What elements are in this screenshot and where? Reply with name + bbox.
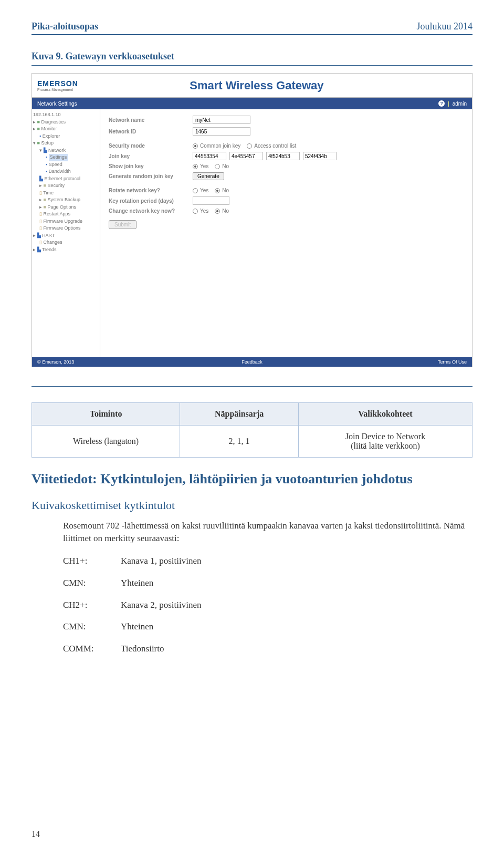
input-network-name[interactable] [193, 116, 250, 124]
th-keys: Näppäinsarja [180, 403, 299, 426]
def-term: CH1+: [63, 555, 121, 567]
input-rotation-period[interactable] [193, 196, 229, 205]
th-menu: Valikkokohteet [298, 403, 472, 426]
radio-rotate-yes[interactable]: Yes [193, 188, 208, 193]
radio-change-no[interactable]: No [215, 208, 229, 214]
breadcrumb: Network Settings [37, 101, 77, 107]
tree-page[interactable]: ▸ ■ Page Options [33, 204, 99, 211]
generate-button[interactable]: Generate [193, 172, 224, 180]
tree-trends[interactable]: ▸ ▙ Trends [33, 246, 99, 254]
page-number: 14 [32, 830, 40, 839]
radio-show-no[interactable]: No [215, 163, 229, 169]
label-network-name: Network name [109, 117, 193, 123]
tree-backup[interactable]: ▸ ■ System Backup [33, 196, 99, 204]
tree-bandwidth[interactable]: ▪ Bandwidth [33, 168, 99, 175]
radio-common-key[interactable]: Common join key [193, 143, 240, 149]
label-network-id: Network ID [109, 129, 193, 134]
tree-diagnostics[interactable]: ▸ ■ Diagnostics [33, 119, 99, 126]
label-generate: Generate random join key [109, 173, 193, 179]
def-value: Kanava 2, positiivinen [121, 599, 201, 612]
emerson-logo-sub: Process Management [37, 88, 78, 91]
label-security-mode: Security mode [109, 143, 193, 149]
section-body: Rosemount 702 -lähettimessä on kaksi ruu… [63, 520, 472, 545]
def-value: Kanava 1, positiivinen [121, 555, 201, 567]
cell-menu: Join Device to Network (liitä laite verk… [298, 426, 472, 458]
input-key-4[interactable] [303, 152, 337, 160]
table-row: Wireless (langaton) 2, 1, 1 Join Device … [32, 426, 472, 458]
cell-menu-line2: (liitä laite verkkoon) [351, 441, 420, 450]
def-row: CH1+: Kanava 1, positiivinen [63, 555, 472, 567]
tree-time[interactable]: ▯ Time [33, 190, 99, 197]
tree-setup[interactable]: ▾ ■ Setup [33, 140, 99, 147]
tree-settings[interactable]: ▪ Settings [33, 154, 99, 161]
footer-copyright: © Emerson, 2013 [37, 359, 132, 365]
def-value: Yhteinen [121, 577, 153, 589]
def-value: Tiedonsiirto [121, 643, 164, 655]
def-term: CMN: [63, 620, 121, 633]
user-label[interactable]: admin [453, 101, 467, 107]
tree-speed[interactable]: ▪ Speed [33, 161, 99, 169]
header-title-left: Pika-aloitusopas [32, 21, 98, 32]
def-row: COMM: Tiedonsiirto [63, 643, 472, 655]
tree-ip: 192.168.1.10 [33, 111, 99, 119]
input-key-1[interactable] [193, 152, 226, 160]
def-term: COMM: [63, 643, 121, 655]
screenshot: EMERSON Process Management Smart Wireles… [32, 73, 472, 367]
label-rotation-period: Key rotation period (days) [109, 198, 193, 204]
th-function: Toiminto [32, 403, 180, 426]
keystroke-table: Toiminto Näppäinsarja Valikkokohteet Wir… [32, 402, 472, 458]
footer-feedback[interactable]: Feedback [132, 359, 372, 365]
def-term: CH2+: [63, 599, 121, 612]
subsection-title: Kuivakoskettimiset kytkintulot [32, 499, 472, 512]
emerson-logo: EMERSON [37, 80, 78, 87]
input-key-3[interactable] [266, 152, 300, 160]
input-key-2[interactable] [229, 152, 263, 160]
def-row: CMN: Yhteinen [63, 620, 472, 633]
def-row: CMN: Yhteinen [63, 577, 472, 589]
tree-ethernet[interactable]: ▙ Ethernet protocol [33, 175, 99, 183]
tree-hart[interactable]: ▸ ▙ HART [33, 232, 99, 240]
figure-title: Kuva 9. Gatewayn verkkoasetukset [32, 51, 472, 66]
tree-security[interactable]: ▸ ■ Security [33, 182, 99, 190]
tree-network[interactable]: ▾ ▙ Network [33, 147, 99, 154]
cell-function: Wireless (langaton) [32, 426, 180, 458]
radio-show-yes[interactable]: Yes [193, 163, 208, 169]
cell-menu-line1: Join Device to Network [345, 432, 425, 441]
cell-keys: 2, 1, 1 [180, 426, 299, 458]
header-title-right: Joulukuu 2014 [416, 21, 472, 32]
label-join-key: Join key [109, 153, 193, 159]
tree-monitor[interactable]: ▸ ■ Monitor [33, 126, 99, 133]
page-header: Pika-aloitusopas Joulukuu 2014 [32, 21, 472, 35]
input-network-id[interactable] [193, 127, 250, 136]
submit-button[interactable]: Submit [109, 220, 136, 229]
nav-tree: 192.168.1.10 ▸ ■ Diagnostics ▸ ■ Monitor… [32, 109, 100, 357]
terminal-definitions: CH1+: Kanava 1, positiivinen CMN: Yhtein… [63, 555, 472, 655]
def-value: Yhteinen [121, 620, 153, 633]
label-change-now: Change network key now? [109, 208, 193, 214]
def-row: CH2+: Kanava 2, positiivinen [63, 599, 472, 612]
tree-fwupgrade[interactable]: ▯ Firmware Upgrade [33, 218, 99, 225]
tree-fwoptions[interactable]: ▯ Firmware Options [33, 225, 99, 232]
label-rotate: Rotate network key? [109, 188, 193, 193]
app-title: Smart Wireless Gateway [78, 79, 472, 92]
radio-change-yes[interactable]: Yes [193, 208, 208, 214]
tree-changes[interactable]: ▯ Changes [33, 239, 99, 246]
def-term: CMN: [63, 577, 121, 589]
tree-explorer[interactable]: ▪ Explorer [33, 133, 99, 140]
tree-restart[interactable]: ▯ Restart Apps [33, 211, 99, 218]
section-title: Viitetiedot: Kytkintulojen, lähtöpiirien… [32, 470, 472, 488]
radio-rotate-no[interactable]: No [215, 188, 229, 193]
radio-access-list[interactable]: Access control list [247, 143, 296, 149]
label-show-key: Show join key [109, 163, 193, 169]
help-icon[interactable]: ? [438, 100, 445, 107]
footer-terms[interactable]: Terms Of Use [372, 359, 467, 365]
